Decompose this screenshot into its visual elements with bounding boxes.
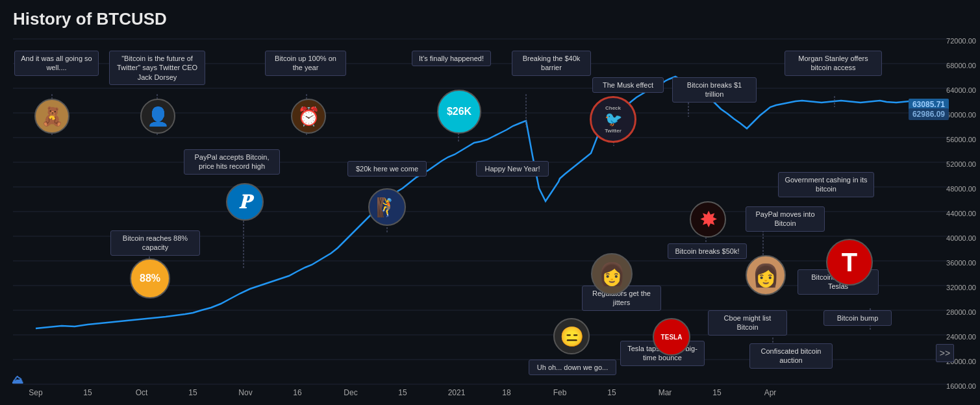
y-label-72000: 72000.00 [946, 37, 976, 45]
y-label-48000: 48000.00 [946, 185, 976, 193]
x-label-15-feb: 15 [607, 388, 616, 397]
annotation-bump: Bitcoin bump [823, 310, 892, 326]
annotation-20k: $20k here we come [347, 161, 427, 177]
annotation-new-year: Happy New Year! [476, 161, 549, 177]
avatar-26k: $26K [437, 90, 481, 134]
tradingview-logo: ⛰ [12, 373, 23, 387]
x-label-16: 16 [293, 388, 301, 397]
x-label-15-dec: 15 [398, 388, 407, 397]
annotation-jack-dorsey: "Bitcoin is the future of Twitter" says … [109, 51, 205, 85]
x-label-15-oct: 15 [188, 388, 197, 397]
x-label-oct: Oct [136, 388, 148, 397]
avatar-sad: 😑 [553, 318, 590, 354]
avatar-tesla-t: T [826, 239, 873, 286]
x-label-18: 18 [502, 388, 510, 397]
x-label-15-mar: 15 [712, 388, 721, 397]
annotation-100pct: Bitcoin up 100% on the year [265, 51, 346, 76]
annotation-paypal-moves: PayPal moves into Bitcoin [746, 206, 825, 232]
avatar-paypal: 𝐏 [226, 183, 264, 221]
annotation-40k: Breaking the $40k barrier [512, 51, 591, 76]
chart-container: History of BTCUSD [0, 0, 980, 405]
avatar-nov: ⏰ [291, 99, 326, 134]
avatar-mar-person: 👩 [746, 255, 786, 295]
x-label-sep: Sep [29, 388, 42, 397]
annotation-cboe: Cboe might list Bitcoin [708, 310, 787, 336]
y-label-56000: 56000.00 [946, 136, 976, 143]
x-label-nov: Nov [238, 388, 252, 397]
avatar-dorsey: 👤 [140, 99, 175, 134]
y-label-36000: 36000.00 [946, 259, 976, 267]
y-label-68000: 68000.00 [946, 62, 976, 69]
avatar-musk: Check 🐦 Twitter [590, 96, 636, 143]
y-label-24000: 24000.00 [946, 333, 976, 341]
x-label-apr: Apr [764, 388, 777, 397]
annotation-confiscated: Confiscated bitcoin auction [749, 343, 833, 369]
avatar-88pct: 88% [130, 258, 170, 299]
y-label-28000: 28000.00 [946, 308, 976, 316]
annotation-88pct: Bitcoin reaches 88% capacity [110, 230, 200, 256]
y-label-44000: 44000.00 [946, 210, 976, 217]
price-label-low: 62986.09 [909, 108, 949, 120]
x-label-feb: Feb [553, 388, 567, 397]
annotation-down: Uh oh... down we go... [529, 360, 616, 375]
annotation-trillion: Bitcoin breaks $1 trillion [672, 77, 757, 103]
annotation-going-well: And it was all going so well.... [14, 51, 99, 76]
avatar-sep: 🧸 [34, 99, 69, 134]
y-label-60000: 60000.00 [946, 111, 976, 119]
avatar-paypal2: ✸ [690, 201, 726, 238]
x-label-2021: 2021 [448, 388, 466, 397]
avatar-tesla-logo: TESLA [653, 318, 690, 356]
annotation-morgan: Morgan Stanley offers bitcoin access [785, 51, 882, 76]
x-label-mar: Mar [659, 388, 672, 397]
y-label-32000: 32000.00 [946, 284, 976, 291]
y-label-16000: 16000.00 [946, 382, 976, 390]
annotation-50k: Bitcoin breaks $50k! [668, 243, 747, 259]
annotation-finally: It's finally happened! [412, 51, 491, 66]
avatar-climber: 🧗 [368, 188, 406, 226]
x-label-dec: Dec [344, 388, 357, 397]
y-label-52000: 52000.00 [946, 160, 976, 168]
annotation-gov-cash: Government cashing in its bitcoin [778, 172, 874, 197]
avatar-yellen: 👩 [591, 253, 633, 295]
forward-button[interactable]: >> [936, 344, 954, 362]
annotation-musk: The Musk effect [592, 77, 664, 93]
y-label-64000: 64000.00 [946, 86, 976, 94]
y-label-40000: 40000.00 [946, 234, 976, 242]
x-label-15-sep: 15 [83, 388, 92, 397]
annotation-paypal-accepts: PayPal accepts Bitcoin, price hits recor… [184, 149, 280, 175]
